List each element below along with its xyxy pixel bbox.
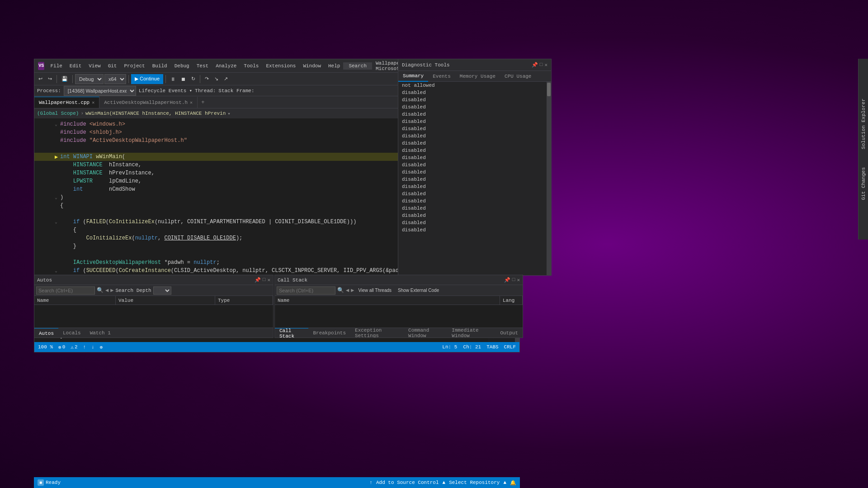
git-changes-tab[interactable]: Git Changes bbox=[860, 163, 867, 205]
autos-close-icon[interactable]: ✕ bbox=[267, 277, 270, 283]
tab-label-1: ActiveDesktopWallpaperHost.h bbox=[104, 100, 188, 105]
search-label[interactable]: Search bbox=[343, 62, 372, 70]
callstack-search-icon[interactable]: 🔍 bbox=[337, 287, 344, 294]
step-in-button[interactable]: ↘ bbox=[212, 74, 221, 84]
autos-depth-select[interactable] bbox=[153, 286, 171, 295]
tab-immediate-window[interactable]: Immediate Window bbox=[447, 328, 495, 338]
sep3 bbox=[128, 75, 129, 83]
diag-pin-icon[interactable]: 📌 bbox=[532, 62, 538, 68]
stop-button[interactable]: ⏹ bbox=[179, 74, 188, 84]
callstack-title-bar: Call Stack 📌 □ ✕ bbox=[275, 275, 523, 285]
autos-content[interactable] bbox=[34, 305, 273, 328]
view-all-threads-button[interactable]: View all Threads bbox=[356, 286, 394, 296]
continue-button[interactable]: ▶ Continue bbox=[131, 74, 163, 84]
sep5 bbox=[200, 75, 200, 83]
breadcrumb-sep: › bbox=[80, 111, 84, 116]
tab-autos[interactable]: Autos bbox=[34, 328, 58, 338]
tab-cpu-usage[interactable]: CPU Usage bbox=[500, 71, 536, 82]
notification-icon[interactable]: 🔔 bbox=[510, 480, 516, 486]
menu-debug[interactable]: Debug bbox=[171, 62, 193, 70]
breadcrumb-function: wWinMain(HINSTANCE hInstance, HINSTANCE … bbox=[85, 111, 226, 116]
thread-label: Thread: bbox=[195, 88, 216, 94]
menu-edit[interactable]: Edit bbox=[66, 62, 85, 70]
platform-dropdown[interactable]: x64 bbox=[104, 74, 126, 84]
tab-memory-usage[interactable]: Memory Usage bbox=[455, 71, 500, 82]
diag-item-17: disabled bbox=[398, 205, 547, 212]
callstack-search-input[interactable] bbox=[277, 286, 335, 295]
tab-exception-settings[interactable]: Exception Settings bbox=[350, 328, 404, 338]
step-out-button[interactable]: ↗ bbox=[222, 74, 230, 84]
callstack-expand-icon[interactable]: □ bbox=[512, 277, 515, 283]
step-over-button[interactable]: ↷ bbox=[203, 74, 211, 84]
tab-wallpaperhost-cpp[interactable]: WallpaperHost.cpp ✕ bbox=[34, 97, 99, 108]
autos-col-type: Type bbox=[215, 296, 273, 305]
restart-button[interactable]: ↻ bbox=[189, 74, 198, 84]
tab-watch1[interactable]: Watch 1 bbox=[85, 328, 115, 338]
undo-button[interactable]: ↩ bbox=[36, 74, 45, 84]
up-icon[interactable]: ↑ bbox=[369, 480, 373, 485]
nav-icon[interactable]: ⊕ bbox=[100, 344, 103, 350]
tab-breakpoints[interactable]: Breakpoints bbox=[308, 328, 350, 338]
process-dropdown[interactable]: [14368] WallpaperHost.exe bbox=[64, 86, 136, 96]
menu-test[interactable]: Test bbox=[193, 62, 212, 70]
vs-logo: VS bbox=[38, 62, 44, 70]
autos-search-icon[interactable]: 🔍 bbox=[97, 287, 104, 294]
menu-help[interactable]: Help bbox=[325, 62, 343, 70]
menu-extensions[interactable]: Extensions bbox=[263, 62, 299, 70]
warning-indicator: ⚠ 2 bbox=[71, 344, 77, 350]
diag-expand-icon[interactable]: □ bbox=[540, 62, 543, 68]
autos-nav-back[interactable]: ◀ bbox=[105, 287, 108, 294]
tab-summary[interactable]: Summary bbox=[398, 71, 428, 82]
breadcrumb-scope: (Global Scope) bbox=[37, 111, 79, 116]
callstack-content[interactable] bbox=[275, 305, 523, 328]
autos-pin-icon[interactable]: 📌 bbox=[255, 277, 261, 283]
menu-analyze[interactable]: Analyze bbox=[212, 62, 240, 70]
up-arrow-icon[interactable]: ↑ bbox=[83, 344, 86, 350]
diagnostic-scrollbar[interactable] bbox=[547, 82, 551, 275]
save-button[interactable]: 💾 bbox=[59, 74, 70, 84]
callstack-close-icon[interactable]: ✕ bbox=[517, 277, 520, 283]
menu-tools[interactable]: Tools bbox=[241, 62, 262, 70]
diag-item-15: disabled bbox=[398, 190, 547, 197]
down-arrow-icon[interactable]: ↓ bbox=[91, 344, 94, 350]
menu-file[interactable]: File bbox=[47, 62, 65, 70]
select-repository-button[interactable]: Select Repository bbox=[449, 480, 500, 485]
menu-build[interactable]: Build bbox=[149, 62, 170, 70]
menu-git[interactable]: Git bbox=[105, 62, 120, 70]
editor-status: 100 % ⊗ 0 ⚠ 2 ↑ ↓ ⊕ Ln: 5 Ch: 21 TABS CR… bbox=[34, 342, 519, 352]
autos-expand-icon[interactable]: □ bbox=[263, 277, 266, 283]
show-external-code-button[interactable]: Show External Code bbox=[396, 286, 441, 296]
lifecycle-arrow: ▾ bbox=[189, 88, 192, 94]
diag-item-4: disabled bbox=[398, 111, 547, 118]
menu-window[interactable]: Window bbox=[300, 62, 324, 70]
solution-explorer-tab[interactable]: Solution Explorer bbox=[860, 94, 867, 154]
tab-close-0[interactable]: ✕ bbox=[92, 100, 94, 105]
sep2 bbox=[72, 75, 73, 83]
autos-panel: Autos 📌 □ ✕ 🔍 ◀ ▶ Search Depth Name Valu… bbox=[34, 275, 274, 338]
debug-config-dropdown[interactable]: Debug bbox=[75, 74, 104, 84]
main-status-bar: ■ Ready ↑ Add to Source Control ▲ Select… bbox=[34, 477, 520, 488]
autos-nav-forward[interactable]: ▶ bbox=[110, 287, 113, 294]
pause-button[interactable]: ⏸ bbox=[168, 74, 178, 84]
tab-events[interactable]: Events bbox=[428, 71, 455, 82]
tab-locals[interactable]: Locals bbox=[58, 328, 85, 338]
callstack-nav-back[interactable]: ◀ bbox=[346, 287, 349, 294]
process-label: Process: bbox=[37, 88, 61, 94]
diagnostic-tabs: Summary Events Memory Usage CPU Usage bbox=[398, 71, 551, 82]
menu-view[interactable]: View bbox=[85, 62, 104, 70]
diag-item-1: disabled bbox=[398, 89, 547, 96]
callstack-nav-forward[interactable]: ▶ bbox=[351, 287, 354, 294]
diag-close-icon[interactable]: ✕ bbox=[544, 62, 547, 68]
tab-callstack[interactable]: Call Stack bbox=[275, 328, 308, 338]
autos-col-name: Name bbox=[34, 296, 116, 305]
tab-output[interactable]: Output bbox=[495, 328, 523, 338]
menu-project[interactable]: Project bbox=[121, 62, 148, 70]
tab-close-1[interactable]: ✕ bbox=[190, 100, 193, 105]
new-tab-button[interactable]: + bbox=[198, 97, 208, 108]
tab-command-window[interactable]: Command Window bbox=[404, 328, 447, 338]
redo-button[interactable]: ↪ bbox=[46, 74, 54, 84]
callstack-pin-icon[interactable]: 📌 bbox=[504, 277, 510, 283]
add-to-source-button[interactable]: Add to Source Control bbox=[376, 480, 439, 485]
autos-search-input[interactable] bbox=[36, 286, 95, 295]
tab-activedesktop-h[interactable]: ActiveDesktopWallpaperHost.h ✕ bbox=[99, 97, 198, 108]
